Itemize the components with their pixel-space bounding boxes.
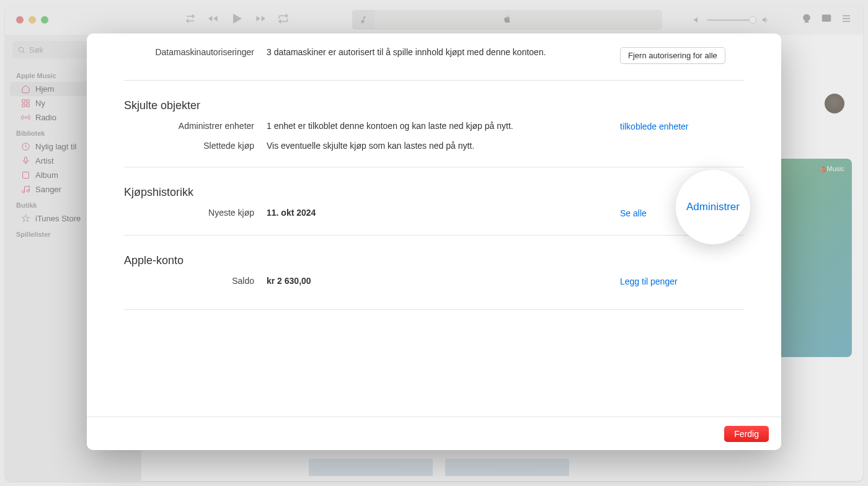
manage-devices-label: Administrer enheter (124, 121, 267, 131)
purchase-history-title: Kjøpshistorikk (124, 186, 744, 199)
latest-purchase-label: Nyeste kjøp (124, 208, 267, 218)
divider (124, 167, 744, 167)
balance-value: kr 2 630,00 (267, 276, 620, 286)
add-funds-link[interactable]: Legg til penger (620, 276, 678, 286)
apple-account-title: Apple-konto (124, 254, 744, 267)
account-settings-modal: Datamaskinautoriseringer 3 datamaskiner … (87, 33, 781, 450)
manage-devices-value: 1 enhet er tilkoblet denne kontoen og ka… (267, 121, 620, 131)
divider (124, 235, 744, 236)
authorization-value: 3 datamaskiner er autorisert til å spill… (267, 47, 620, 57)
done-button[interactable]: Ferdig (724, 426, 769, 442)
latest-purchase-value: 11. okt 2024 (267, 208, 620, 218)
deauthorize-all-button[interactable]: Fjern autorisering for alle (620, 47, 725, 64)
magnifier-callout: Administrer (676, 170, 750, 244)
see-all-link[interactable]: Se alle (620, 208, 647, 218)
modal-footer: Ferdig (87, 417, 781, 450)
deleted-purchases-value: Vis eventuelle skjulte kjøp som kan last… (267, 141, 620, 151)
balance-label: Saldo (124, 276, 267, 286)
connected-devices-link[interactable]: tilkoblede enheter (620, 122, 689, 131)
deleted-purchases-label: Slettede kjøp (124, 141, 267, 151)
divider (124, 80, 744, 81)
hidden-items-title: Skjulte objekter (124, 99, 744, 112)
divider (124, 309, 744, 310)
authorization-label: Datamaskinautoriseringer (124, 47, 267, 57)
administrer-link-magnified[interactable]: Administrer (686, 201, 740, 213)
